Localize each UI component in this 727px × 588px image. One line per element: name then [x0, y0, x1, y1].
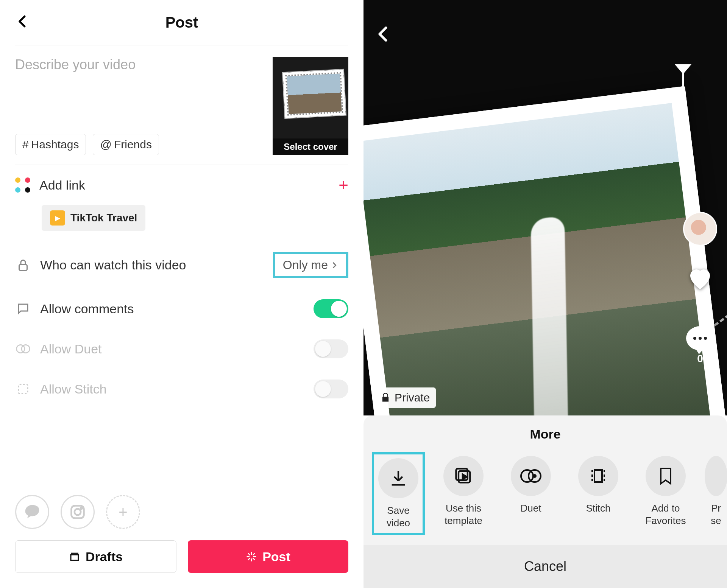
svg-point-6 — [81, 507, 82, 509]
allow-duet-toggle — [314, 339, 348, 358]
like-button[interactable]: 0 — [685, 263, 715, 309]
allow-comments-label: Allow comments — [40, 302, 304, 316]
page-title: Post — [165, 14, 198, 31]
svg-rect-3 — [19, 384, 28, 394]
template-icon — [454, 466, 473, 486]
link-chip-row: ▸ TikTok Travel — [15, 205, 348, 241]
svg-rect-7 — [71, 555, 78, 560]
allow-stitch-toggle — [314, 380, 348, 398]
add-link-icon — [15, 177, 30, 193]
travel-icon: ▸ — [50, 210, 65, 226]
comment-outline-icon — [15, 301, 31, 317]
description-input[interactable]: Describe your video — [15, 57, 273, 73]
share-message-icon[interactable] — [15, 495, 49, 529]
stitch-button[interactable]: Stitch — [572, 456, 625, 515]
svg-marker-11 — [463, 474, 467, 479]
download-icon — [388, 468, 408, 488]
sheet-title: More — [364, 427, 727, 442]
video-screen: 0 0 Private More Save video — [364, 0, 727, 588]
video-frame-image — [364, 103, 712, 415]
post-settings: Add link + ▸ TikTok Travel Who can watch… — [15, 165, 348, 409]
post-button[interactable]: Post — [188, 540, 348, 573]
allow-duet-row: Allow Duet — [15, 329, 348, 369]
add-favorites-button[interactable]: Add to Favorites — [639, 456, 692, 527]
allow-stitch-label: Allow Stitch — [40, 382, 304, 397]
like-count: 0 — [685, 297, 715, 309]
plus-icon[interactable]: + — [339, 176, 348, 194]
more-sheet: More Save video Use this template Duet — [364, 415, 727, 588]
privacy-row[interactable]: Who can watch this video Only me — [15, 241, 348, 289]
private-badge: Private — [374, 387, 436, 408]
allow-stitch-row: Allow Stitch — [15, 369, 348, 409]
hash-icon: # — [22, 138, 29, 151]
svg-point-2 — [22, 345, 30, 353]
sheet-item-row[interactable]: Save video Use this template Duet Stitch — [364, 449, 727, 543]
drafts-button[interactable]: Drafts — [15, 540, 176, 573]
lock-icon — [15, 257, 31, 273]
video-back-button[interactable] — [374, 23, 393, 49]
svg-point-5 — [75, 509, 81, 515]
save-video-button[interactable]: Save video — [372, 452, 425, 535]
heart-icon — [685, 263, 715, 294]
cover-preview-image — [283, 70, 346, 118]
svg-rect-0 — [19, 264, 27, 270]
back-button[interactable] — [15, 12, 30, 33]
bookmark-icon — [657, 466, 674, 486]
privacy-label: Who can watch this video — [40, 258, 264, 272]
at-icon: @ — [100, 138, 111, 151]
post-header: Post — [15, 0, 348, 45]
share-icons-row: + — [15, 484, 348, 540]
friends-chip[interactable]: @ Friends — [93, 134, 159, 155]
privacy-settings-button[interactable]: Pr se — [707, 456, 725, 527]
allow-comments-toggle[interactable] — [314, 299, 348, 318]
duet-outline-icon — [15, 341, 31, 357]
add-link-row[interactable]: Add link + — [15, 165, 348, 205]
comment-button[interactable]: 0 — [686, 326, 714, 365]
add-link-label: Add link — [39, 178, 329, 193]
share-story-icon[interactable]: + — [106, 495, 140, 529]
stitch-icon — [589, 467, 607, 485]
stamp-frame — [364, 86, 727, 415]
select-cover-button[interactable]: Select cover — [273, 57, 348, 155]
chevron-right-icon — [330, 261, 339, 269]
video-preview[interactable]: 0 0 Private — [364, 0, 727, 415]
bottom-buttons: Drafts Post — [15, 540, 348, 573]
svg-rect-15 — [594, 470, 602, 482]
svg-point-14 — [534, 475, 536, 477]
post-screen: Post Describe your video # Hashtags @ Fr… — [0, 0, 364, 588]
share-instagram-icon[interactable] — [61, 495, 95, 529]
cover-label: Select cover — [273, 138, 348, 155]
duet-icon — [520, 466, 542, 486]
sparkle-icon — [246, 551, 257, 562]
drafts-icon — [69, 551, 80, 562]
allow-comments-row[interactable]: Allow comments — [15, 289, 348, 329]
compose-area: Describe your video # Hashtags @ Friends… — [15, 45, 348, 165]
lock-solid-icon — [380, 392, 391, 403]
tiktok-travel-chip[interactable]: ▸ TikTok Travel — [42, 205, 145, 231]
side-action-bar: 0 0 — [683, 212, 717, 365]
profile-avatar[interactable] — [683, 212, 717, 246]
use-template-button[interactable]: Use this template — [437, 456, 490, 527]
privacy-value-button[interactable]: Only me — [273, 252, 348, 278]
hashtags-chip[interactable]: # Hashtags — [15, 134, 86, 155]
stitch-outline-icon — [15, 381, 31, 397]
comment-icon — [686, 326, 714, 350]
comment-count: 0 — [686, 353, 714, 365]
cancel-button[interactable]: Cancel — [364, 545, 727, 588]
duet-button[interactable]: Duet — [504, 456, 557, 515]
allow-duet-label: Allow Duet — [40, 342, 304, 356]
